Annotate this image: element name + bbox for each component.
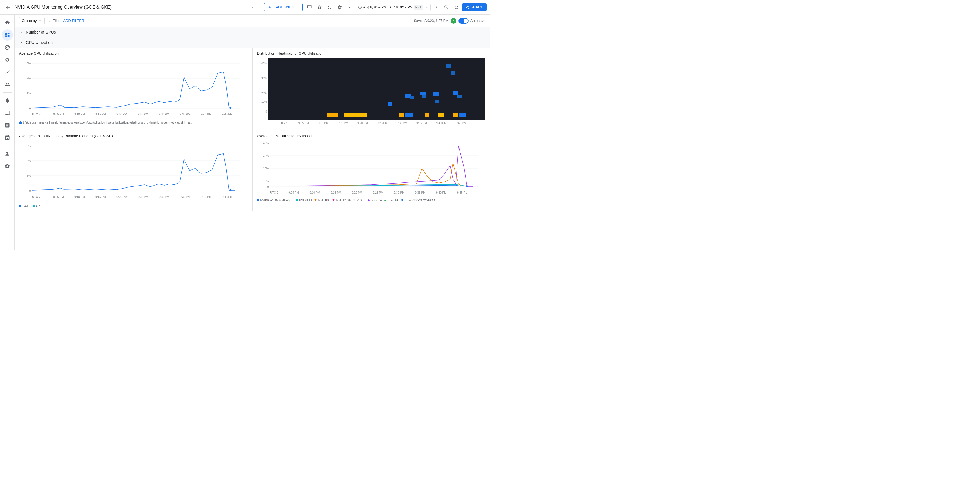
svg-point-52 — [229, 189, 232, 192]
svg-text:9:45 PM: 9:45 PM — [456, 121, 466, 125]
share-button[interactable]: SHARE — [462, 3, 487, 11]
chart-title-model: Average GPU Utilization by Model — [257, 134, 486, 138]
autosave-toggle[interactable]: Autosave — [458, 18, 485, 24]
section-gpu-utilization: GPU Utilization Average GPU Utilization … — [14, 37, 490, 211]
header-actions: Aug 8, 8:59 PM - Aug 8, 9:49 PM PST SHAR… — [305, 3, 487, 12]
legend-t4: Tesla T4 — [384, 199, 398, 202]
chart-title-avg-gpu: Average GPU Utilization — [19, 51, 248, 56]
sidebar-icon-uptime[interactable] — [2, 54, 13, 65]
legend-gce: GCE — [19, 204, 29, 208]
section-header-utilization[interactable]: GPU Utilization — [14, 37, 490, 48]
autosave-track[interactable] — [458, 18, 469, 24]
group-by-button[interactable]: Group by — [19, 17, 45, 24]
time-range-button[interactable]: Aug 8, 8:59 PM - Aug 8, 9:49 PM PST — [356, 4, 431, 11]
svg-text:9:10 PM: 9:10 PM — [74, 113, 85, 116]
svg-text:0: 0 — [29, 107, 31, 110]
section-title-utilization: GPU Utilization — [26, 40, 52, 45]
svg-text:9:20 PM: 9:20 PM — [116, 113, 127, 116]
svg-text:9:30 PM: 9:30 PM — [394, 191, 404, 194]
sidebar-icon-routes[interactable] — [2, 42, 13, 53]
svg-text:30%: 30% — [261, 77, 267, 80]
svg-text:20%: 20% — [261, 92, 267, 95]
group-by-label: Group by — [22, 19, 37, 23]
svg-text:9:25 PM: 9:25 PM — [138, 113, 148, 116]
saved-info: Saved 8/9/23, 6:37 PM ✓ Autosave — [414, 18, 485, 24]
present-button[interactable] — [305, 3, 314, 12]
autosave-label: Autosave — [470, 19, 485, 23]
svg-text:9:45 PM: 9:45 PM — [457, 191, 468, 194]
legend-a100: NVIDIA A100-SXM4-40GB — [257, 199, 294, 202]
svg-text:9:30 PM: 9:30 PM — [159, 195, 169, 198]
sidebar-icon-person[interactable] — [2, 148, 13, 159]
svg-text:1%: 1% — [27, 92, 31, 95]
legend-k80: Tesla K80 — [315, 199, 330, 202]
svg-text:9:35 PM: 9:35 PM — [180, 195, 190, 198]
svg-text:9:15 PM: 9:15 PM — [331, 191, 341, 194]
prev-time-button[interactable] — [345, 3, 355, 12]
svg-text:9:20 PM: 9:20 PM — [357, 121, 368, 125]
legend-gke-label: GKE — [36, 204, 43, 208]
svg-text:9:20 PM: 9:20 PM — [352, 191, 362, 194]
sidebar-icon-dashboard[interactable] — [2, 29, 13, 40]
runtime-legend: GCE GKE — [19, 204, 248, 208]
svg-text:30%: 30% — [263, 154, 269, 157]
svg-text:9:15 PM: 9:15 PM — [95, 113, 106, 116]
add-filter-button[interactable]: ADD FILTER — [63, 19, 84, 23]
filter-bar: Group by Filter ADD FILTER Saved 8/9/23,… — [14, 14, 490, 27]
sidebar-icon-metrics[interactable] — [2, 66, 13, 78]
section-header-gpus[interactable]: Number of GPUs — [14, 27, 490, 37]
back-button[interactable] — [3, 3, 13, 12]
legend-gke: GKE — [33, 204, 43, 208]
svg-text:UTC-7: UTC-7 — [32, 195, 40, 198]
sidebar-icon-profiler[interactable] — [2, 79, 13, 90]
sidebar-icon-monitor[interactable] — [2, 107, 13, 118]
charts-grid: Average GPU Utilization 3% 2% 1% 0 UTC — [14, 48, 490, 211]
time-range-label: Aug 8, 8:59 PM - Aug 8, 9:49 PM — [363, 5, 412, 9]
svg-text:9:25 PM: 9:25 PM — [138, 195, 148, 198]
section-number-of-gpus: Number of GPUs — [14, 27, 490, 37]
heatmap-x-axis: UTC-7 9:05 PM 9:10 PM 9:15 PM 9:20 PM 9:… — [268, 120, 486, 126]
refresh-button[interactable] — [452, 3, 461, 12]
svg-text:10%: 10% — [263, 180, 269, 183]
svg-text:9:35 PM: 9:35 PM — [416, 121, 427, 125]
filter-button[interactable]: Filter — [47, 19, 61, 23]
svg-text:2%: 2% — [27, 77, 31, 80]
sidebar-icon-alerts[interactable] — [2, 95, 13, 106]
avg-gpu-util-svg: 3% 2% 1% 0 UTC-7 9:05 PM 9:10 PM 9:15 PM… — [19, 58, 248, 120]
add-widget-label: + ADD WIDGET — [273, 5, 299, 9]
top-header: NVIDIA GPU Monitoring Overview (GCE & GK… — [0, 0, 490, 14]
svg-text:9:40 PM: 9:40 PM — [436, 121, 446, 125]
main-content: Group by Filter ADD FILTER Saved 8/9/23,… — [14, 14, 490, 250]
svg-text:9:10 PM: 9:10 PM — [74, 195, 85, 198]
svg-text:3%: 3% — [27, 144, 31, 147]
chart-avg-runtime: Average GPU Utilization by Runtime Platf… — [14, 130, 252, 211]
sidebar-icon-home[interactable] — [2, 17, 13, 28]
sidebar-icon-logs[interactable] — [2, 120, 13, 131]
timezone-badge: PST — [414, 5, 423, 10]
chart-avg-gpu-util: Average GPU Utilization 3% 2% 1% 0 UTC — [14, 48, 252, 130]
svg-text:UTC-7: UTC-7 — [270, 191, 278, 194]
legend-v100: ✕ Tesla V100-SXM2-16GB — [400, 198, 435, 202]
svg-text:9:40 PM: 9:40 PM — [436, 191, 446, 194]
avg-model-svg: 40% 30% 20% 10% 0 UTC-7 9:05 PM 9:10 PM … — [257, 140, 486, 196]
legend-p4: Tesla P4 — [368, 199, 382, 202]
star-button[interactable] — [315, 3, 324, 12]
svg-text:20%: 20% — [263, 167, 269, 170]
svg-text:40%: 40% — [263, 142, 269, 145]
svg-text:UTC-7: UTC-7 — [32, 113, 40, 116]
sidebar-icon-settings[interactable] — [2, 160, 13, 172]
svg-text:40%: 40% — [261, 62, 267, 65]
title-chevron-icon[interactable] — [251, 5, 255, 10]
svg-text:9:25 PM: 9:25 PM — [377, 121, 387, 125]
avg-runtime-svg: 3% 2% 1% 0 UTC-7 9:05 PM 9:10 PM 9:15 PM… — [19, 140, 248, 202]
next-time-button[interactable] — [432, 3, 441, 12]
fullscreen-button[interactable] — [325, 3, 334, 12]
chart-title-heatmap: Distribution (Heatmap) of GPU Utilizatio… — [257, 51, 486, 56]
svg-text:9:10 PM: 9:10 PM — [309, 191, 320, 194]
add-widget-button[interactable]: + ADD WIDGET — [264, 3, 303, 11]
search-button[interactable] — [442, 3, 451, 12]
settings-button[interactable] — [335, 3, 344, 12]
sidebar-icon-trace[interactable] — [2, 132, 13, 143]
chart-heatmap: Distribution (Heatmap) of GPU Utilizatio… — [253, 48, 490, 130]
share-label: SHARE — [471, 5, 483, 9]
